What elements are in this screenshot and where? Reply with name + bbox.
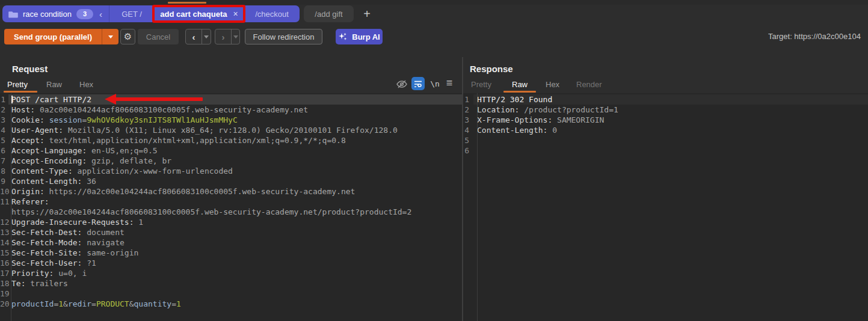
- line-content[interactable]: Content-Length: 36: [8, 176, 462, 186]
- newline-toggle-button[interactable]: \n: [428, 79, 442, 88]
- syntax-segment: Cookie:: [11, 115, 45, 124]
- line-content[interactable]: Accept: text/html,application/xhtml+xml,…: [8, 135, 462, 145]
- request-line[interactable]: 8Content-Type: application/x-www-form-ur…: [0, 166, 462, 176]
- request-line[interactable]: 3Cookie: session=9whOV6dkoy3snIJTS8TWl1A…: [0, 115, 462, 125]
- soft-wrap-toggle-button[interactable]: [411, 77, 425, 90]
- chevron-down-icon: [108, 35, 113, 38]
- response-editor[interactable]: 1HTTP/2 302 Found2Location: /product?pro…: [463, 93, 868, 321]
- request-line[interactable]: 1POST /cart HTTP/2: [0, 94, 462, 105]
- line-content[interactable]: User-Agent: Mozilla/5.0 (X11; Linux x86_…: [8, 125, 462, 135]
- response-line[interactable]: 3X-Frame-Options: SAMEORIGIN: [463, 115, 868, 125]
- response-tab-raw[interactable]: Raw: [512, 80, 528, 89]
- line-content[interactable]: Sec-Fetch-Mode: navigate: [8, 237, 462, 248]
- request-line[interactable]: 14Sec-Fetch-Mode: navigate: [0, 237, 462, 248]
- line-content[interactable]: https://0a2c00e104244acf8066083100c0005f…: [8, 207, 462, 217]
- line-content[interactable]: Referer:: [8, 197, 462, 207]
- request-line[interactable]: 2Host: 0a2c00e104244acf8066083100c0005f.…: [0, 105, 462, 115]
- response-line[interactable]: 1HTTP/2 302 Found: [463, 94, 868, 105]
- line-content[interactable]: Content-Type: application/x-www-form-url…: [8, 166, 462, 176]
- back-history-dropdown[interactable]: [202, 29, 211, 44]
- line-content[interactable]: Upgrade-Insecure-Requests: 1: [8, 217, 462, 227]
- syntax-segment: Sec-Fetch-Site:: [11, 248, 82, 257]
- tab-group-header[interactable]: race condition 3 ‹: [2, 5, 109, 22]
- burp-ai-button[interactable]: Burp AI: [336, 29, 383, 44]
- syntax-segment: Sec-Fetch-Mode:: [11, 238, 82, 247]
- line-content[interactable]: POST /cart HTTP/2: [8, 94, 462, 105]
- history-back-button[interactable]: ‹: [185, 29, 211, 44]
- send-options-dropdown[interactable]: [102, 29, 119, 44]
- request-line[interactable]: 5Accept: text/html,application/xhtml+xml…: [0, 135, 462, 145]
- syntax-segment: Location:: [477, 105, 519, 114]
- syntax-segment: Mozilla/5.0 (X11; Linux x86_64; rv:128.0…: [63, 126, 398, 135]
- line-content[interactable]: Content-Length: 0: [473, 125, 868, 135]
- line-content[interactable]: Te: trailers: [8, 278, 462, 289]
- line-content[interactable]: Location: /product?productId=1: [473, 105, 868, 115]
- forward-history-dropdown[interactable]: [232, 29, 239, 44]
- tab-get-root[interactable]: GET /: [109, 5, 154, 22]
- response-line[interactable]: 2Location: /product?productId=1: [463, 105, 868, 115]
- line-content[interactable]: HTTP/2 302 Found: [473, 94, 868, 105]
- request-line[interactable]: 12Upgrade-Insecure-Requests: 1: [0, 217, 462, 227]
- request-line[interactable]: 17Priority: u=0, i: [0, 268, 462, 278]
- send-group-label: Send group (parallel): [4, 29, 102, 44]
- line-content[interactable]: Sec-Fetch-Site: same-origin: [8, 248, 462, 258]
- response-line[interactable]: 4Content-Length: 0: [463, 125, 868, 135]
- line-content[interactable]: productId=1&redir=PRODUCT&quantity=1: [8, 299, 462, 309]
- collapse-group-icon[interactable]: ‹: [99, 10, 102, 19]
- line-content[interactable]: Sec-Fetch-User: ?1: [8, 258, 462, 268]
- line-content[interactable]: Host: 0a2c00e104244acf8066083100c0005f.w…: [8, 105, 462, 115]
- line-content[interactable]: Sec-Fetch-Dest: document: [8, 227, 462, 237]
- follow-redirection-button[interactable]: Follow redirection: [245, 29, 322, 44]
- request-tab-hex[interactable]: Hex: [79, 80, 93, 89]
- request-line[interactable]: 15Sec-Fetch-Site: same-origin: [0, 248, 462, 258]
- cancel-button[interactable]: Cancel: [138, 29, 179, 44]
- response-tab-hex[interactable]: Hex: [546, 80, 559, 89]
- line-number: 2: [0, 105, 8, 115]
- tab-add-gift[interactable]: /add gift: [304, 5, 354, 22]
- close-tab-icon[interactable]: ×: [233, 9, 238, 19]
- request-line[interactable]: 19: [0, 289, 462, 299]
- syntax-segment: quantity: [134, 299, 172, 308]
- request-line[interactable]: 11Referer:: [0, 197, 462, 207]
- request-line[interactable]: 20productId=1&redir=PRODUCT&quantity=1: [0, 299, 462, 309]
- response-line[interactable]: 6: [463, 145, 868, 156]
- line-content[interactable]: Accept-Encoding: gzip, deflate, br: [8, 156, 462, 166]
- response-line[interactable]: 5: [463, 135, 868, 145]
- line-content[interactable]: Accept-Language: en-US,en;q=0.5: [8, 145, 462, 156]
- request-line[interactable]: 7Accept-Encoding: gzip, deflate, br: [0, 156, 462, 166]
- tab-checkout[interactable]: /checkout: [244, 5, 300, 22]
- request-line[interactable]: 18Te: trailers: [0, 278, 462, 289]
- request-line[interactable]: 9Content-Length: 36: [0, 176, 462, 186]
- line-number: 13: [0, 227, 8, 237]
- request-line[interactable]: 4User-Agent: Mozilla/5.0 (X11; Linux x86…: [0, 125, 462, 135]
- tab-group-count-badge: 3: [76, 9, 93, 19]
- line-content[interactable]: [473, 135, 868, 145]
- line-content[interactable]: Cookie: session=9whOV6dkoy3snIJTS8TWl1Au…: [8, 115, 462, 125]
- line-number: 7: [0, 156, 8, 166]
- tab-add-cart-chaqueta[interactable]: add cart chaqueta ×: [155, 5, 244, 22]
- request-line[interactable]: 13Sec-Fetch-Dest: document: [0, 227, 462, 237]
- line-content[interactable]: X-Frame-Options: SAMEORIGIN: [473, 115, 868, 125]
- request-tab-pretty[interactable]: Pretty: [7, 80, 28, 89]
- request-line[interactable]: 10Origin: https://0a2c00e104244acf806608…: [0, 186, 462, 197]
- editor-menu-icon[interactable]: ≡: [443, 77, 455, 89]
- line-number: 9: [0, 176, 8, 186]
- history-forward-button[interactable]: ›: [215, 29, 240, 44]
- response-panel: Response Pretty Raw Hex Render 1HTTP/2 3…: [463, 57, 868, 321]
- request-line[interactable]: 6Accept-Language: en-US,en;q=0.5: [0, 145, 462, 156]
- line-content[interactable]: Priority: u=0, i: [8, 268, 462, 278]
- line-content[interactable]: Origin: https://0a2c00e104244acf80660831…: [8, 186, 462, 197]
- line-content[interactable]: [8, 289, 462, 299]
- send-group-button[interactable]: Send group (parallel): [4, 29, 119, 44]
- gutter-separator: [477, 93, 478, 321]
- request-line[interactable]: https://0a2c00e104244acf8066083100c0005f…: [0, 207, 462, 217]
- line-content[interactable]: [473, 145, 868, 156]
- request-tab-raw[interactable]: Raw: [46, 80, 62, 89]
- settings-button[interactable]: ⚙: [120, 29, 135, 44]
- main-nav-strip: [0, 0, 868, 5]
- new-tab-button[interactable]: +: [360, 6, 374, 22]
- request-line[interactable]: 16Sec-Fetch-User: ?1: [0, 258, 462, 268]
- hide-nonprinting-button[interactable]: [395, 79, 409, 90]
- syntax-segment: Sec-Fetch-User:: [11, 258, 82, 268]
- request-editor[interactable]: 1POST /cart HTTP/22Host: 0a2c00e104244ac…: [0, 93, 462, 321]
